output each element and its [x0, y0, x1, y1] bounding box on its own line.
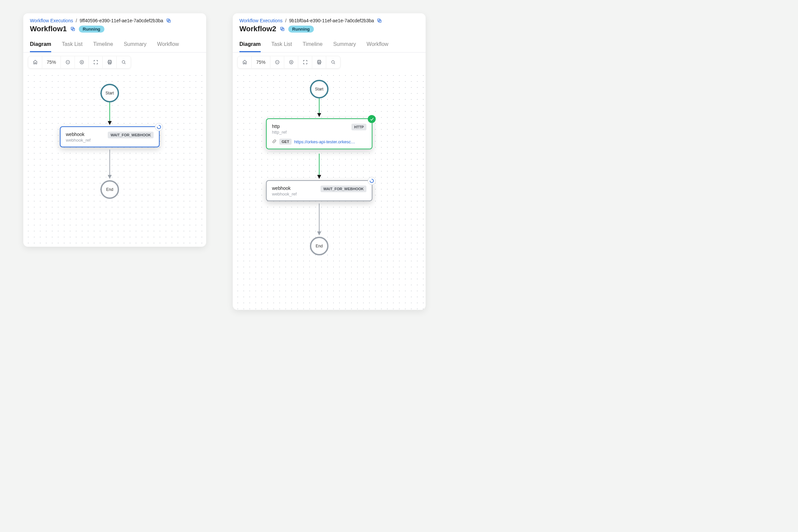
breadcrumb: Workflow Executions / 9ff40596-e390-11ef…	[30, 18, 200, 23]
end-node[interactable]: End	[100, 180, 119, 199]
zoom-in-icon[interactable]	[284, 56, 298, 68]
start-label: Start	[106, 91, 114, 95]
tab-workflow[interactable]: Workflow	[367, 37, 389, 52]
start-node[interactable]: Start	[100, 84, 119, 102]
tab-summary[interactable]: Summary	[333, 37, 356, 52]
diagram-canvas[interactable]: Start http http_ref HTTP GET https://ork…	[233, 71, 425, 310]
edge	[319, 98, 320, 118]
tab-timeline[interactable]: Timeline	[93, 37, 113, 52]
diagram-canvas[interactable]: Start webhook webhook_ref WAIT_FOR_WEBHO…	[23, 71, 206, 247]
fit-icon[interactable]	[298, 56, 312, 68]
print-icon[interactable]	[312, 56, 326, 68]
edge	[109, 102, 110, 126]
tab-summary[interactable]: Summary	[124, 37, 146, 52]
tab-diagram[interactable]: Diagram	[30, 37, 51, 52]
copy-icon[interactable]	[166, 18, 171, 23]
task-ref: webhook_ref	[66, 138, 91, 142]
zoom-in-icon[interactable]	[75, 56, 89, 68]
task-http[interactable]: http http_ref HTTP GET https://orkes-api…	[266, 118, 373, 149]
toolbar-container: 75%	[233, 53, 425, 69]
breadcrumb-link[interactable]: Workflow Executions	[30, 18, 73, 23]
end-label: End	[316, 244, 323, 248]
svg-marker-33	[317, 113, 321, 117]
svg-marker-17	[108, 175, 112, 179]
status-badge: Running	[79, 25, 104, 33]
zoom-out-icon[interactable]	[270, 56, 284, 68]
tabs: Diagram Task List Timeline Summary Workf…	[233, 37, 425, 53]
svg-marker-35	[317, 175, 321, 179]
header: Workflow Executions / 9b1bf0a4-e390-11ef…	[233, 13, 425, 33]
copy-icon[interactable]	[280, 26, 285, 32]
fit-icon[interactable]	[89, 56, 103, 68]
svg-marker-15	[108, 121, 112, 125]
search-icon[interactable]	[117, 56, 131, 68]
print-icon[interactable]	[103, 56, 117, 68]
link-icon	[272, 139, 277, 145]
breadcrumb-link[interactable]: Workflow Executions	[240, 18, 283, 23]
title-row: Workflow2 Running	[240, 25, 419, 33]
zoom-level: 75%	[252, 56, 270, 68]
task-ref: http_ref	[272, 130, 287, 135]
workflow-panel-1: Workflow Executions / 9ff40596-e390-11ef…	[23, 13, 206, 247]
svg-marker-37	[317, 231, 321, 235]
workflow-panel-2: Workflow Executions / 9b1bf0a4-e390-11ef…	[233, 13, 425, 310]
edge	[319, 204, 320, 236]
tab-diagram[interactable]: Diagram	[240, 37, 261, 52]
task-name: http	[272, 124, 287, 129]
tab-task-list[interactable]: Task List	[62, 37, 82, 52]
copy-icon[interactable]	[70, 26, 75, 32]
tab-task-list[interactable]: Task List	[271, 37, 292, 52]
http-url[interactable]: https://orkes-api-tester.orkescondu…	[294, 139, 358, 144]
start-label: Start	[315, 87, 323, 92]
end-node[interactable]: End	[310, 237, 328, 255]
start-node[interactable]: Start	[310, 80, 328, 98]
task-type-badge: HTTP	[352, 124, 366, 130]
task-ref: webhook_ref	[272, 191, 297, 196]
task-type-badge: WAIT_FOR_WEBHOOK	[108, 132, 154, 138]
canvas-toolbar: 75%	[238, 56, 341, 69]
svg-point-30	[331, 60, 334, 63]
workflow-title: Workflow1	[30, 25, 67, 33]
toolbar-container: 75%	[23, 53, 206, 69]
success-icon	[368, 115, 376, 123]
status-badge: Running	[288, 25, 314, 33]
http-method: GET	[279, 139, 291, 145]
zoom-level: 75%	[42, 56, 61, 68]
task-webhook[interactable]: webhook webhook_ref WAIT_FOR_WEBHOOK	[60, 126, 159, 147]
workflow-title: Workflow2	[240, 25, 276, 33]
http-details: GET https://orkes-api-tester.orkescondu…	[272, 139, 366, 145]
svg-point-12	[122, 60, 125, 63]
breadcrumb: Workflow Executions / 9b1bf0a4-e390-11ef…	[240, 18, 419, 23]
running-icon	[155, 123, 163, 131]
svg-line-13	[125, 63, 125, 64]
canvas-toolbar: 75%	[28, 56, 131, 69]
zoom-out-icon[interactable]	[61, 56, 75, 68]
svg-rect-29	[318, 62, 320, 64]
running-icon	[368, 177, 376, 185]
svg-line-31	[334, 63, 335, 64]
title-row: Workflow1 Running	[30, 25, 200, 33]
home-icon[interactable]	[238, 56, 252, 68]
breadcrumb-separator: /	[76, 18, 77, 23]
breadcrumb-separator: /	[285, 18, 287, 23]
task-type-badge: WAIT_FOR_WEBHOOK	[321, 186, 366, 192]
tabs: Diagram Task List Timeline Summary Workf…	[23, 37, 206, 53]
tab-timeline[interactable]: Timeline	[303, 37, 323, 52]
end-label: End	[106, 187, 113, 192]
edge	[109, 150, 110, 179]
home-icon[interactable]	[28, 56, 42, 68]
header: Workflow Executions / 9ff40596-e390-11ef…	[23, 13, 206, 33]
copy-icon[interactable]	[377, 18, 382, 23]
edge	[319, 154, 320, 179]
svg-rect-11	[108, 62, 111, 64]
task-name: webhook	[66, 132, 91, 137]
execution-id: 9ff40596-e390-11ef-ae1e-7a0cdef2b3ba	[80, 18, 163, 23]
search-icon[interactable]	[326, 56, 340, 68]
task-name: webhook	[272, 186, 297, 191]
task-webhook[interactable]: webhook webhook_ref WAIT_FOR_WEBHOOK	[266, 180, 373, 201]
tab-workflow[interactable]: Workflow	[157, 37, 179, 52]
execution-id: 9b1bf0a4-e390-11ef-ae1e-7a0cdef2b3ba	[289, 18, 374, 23]
